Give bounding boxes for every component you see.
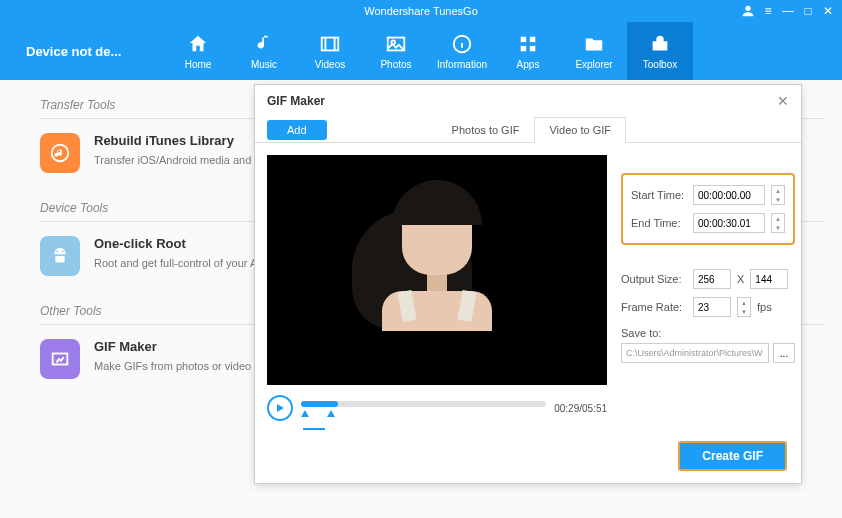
end-time-label: End Time: bbox=[631, 217, 687, 229]
height-input[interactable] bbox=[750, 269, 788, 289]
fps-input[interactable] bbox=[693, 297, 731, 317]
create-gif-button[interactable]: Create GIF bbox=[678, 441, 787, 471]
output-size-label: Output Size: bbox=[621, 273, 687, 285]
width-input[interactable] bbox=[693, 269, 731, 289]
title-bar: Wondershare TunesGo ≡ — □ ✕ bbox=[0, 0, 842, 22]
time-display: 00:29/05:51 bbox=[554, 403, 607, 414]
dialog-header: GIF Maker ✕ bbox=[255, 85, 801, 117]
dialog-content: 00:29/05:51 Start Time: ▲▼ End Time: ▲▼ … bbox=[255, 143, 801, 433]
device-status[interactable]: Device not de... bbox=[0, 22, 155, 80]
tool-title: GIF Maker bbox=[94, 339, 251, 354]
nav-home[interactable]: Home bbox=[165, 22, 231, 80]
nav-items: Home Music Videos Photos Information App… bbox=[165, 22, 693, 80]
dialog-title: GIF Maker bbox=[267, 94, 325, 108]
itunes-icon bbox=[40, 133, 80, 173]
android-icon bbox=[40, 236, 80, 276]
range-markers[interactable] bbox=[301, 410, 335, 417]
time-range-box: Start Time: ▲▼ End Time: ▲▼ bbox=[621, 173, 795, 245]
top-nav: Device not de... Home Music Videos Photo… bbox=[0, 22, 842, 80]
x-separator: X bbox=[737, 273, 744, 285]
close-icon[interactable]: ✕ bbox=[777, 93, 789, 109]
dialog-footer: Create GIF bbox=[678, 441, 787, 471]
nav-apps[interactable]: Apps bbox=[495, 22, 561, 80]
browse-button[interactable]: ... bbox=[773, 343, 795, 363]
dialog-toprow: Add Photos to GIF Video to GIF bbox=[255, 117, 801, 143]
svg-point-0 bbox=[745, 6, 750, 11]
gif-maker-dialog: GIF Maker ✕ Add Photos to GIF Video to G… bbox=[254, 84, 802, 484]
window-controls: ≡ — □ ✕ bbox=[740, 0, 836, 22]
gif-icon bbox=[40, 339, 80, 379]
user-icon[interactable] bbox=[740, 3, 756, 19]
svg-rect-8 bbox=[530, 45, 536, 51]
svg-rect-7 bbox=[521, 45, 527, 51]
tab-video-to-gif[interactable]: Video to GIF bbox=[534, 117, 626, 143]
start-time-label: Start Time: bbox=[631, 189, 687, 201]
end-time-spinner[interactable]: ▲▼ bbox=[771, 213, 785, 233]
fps-spinner[interactable]: ▲▼ bbox=[737, 297, 751, 317]
dialog-tabs: Photos to GIF Video to GIF bbox=[437, 117, 626, 143]
play-button[interactable] bbox=[267, 395, 293, 421]
tool-desc: Make GIFs from photos or video bbox=[94, 358, 251, 375]
svg-rect-6 bbox=[530, 36, 536, 42]
start-time-input[interactable] bbox=[693, 185, 765, 205]
menu-icon[interactable]: ≡ bbox=[760, 3, 776, 19]
minimize-icon[interactable]: — bbox=[780, 3, 796, 19]
svg-point-10 bbox=[56, 251, 58, 253]
nav-toolbox[interactable]: Toolbox bbox=[627, 22, 693, 80]
close-icon[interactable]: ✕ bbox=[820, 3, 836, 19]
save-to-label: Save to: bbox=[621, 327, 661, 339]
video-preview[interactable] bbox=[267, 155, 607, 385]
settings-panel: Start Time: ▲▼ End Time: ▲▼ Output Size:… bbox=[621, 155, 795, 421]
save-to-row: Save to: ... bbox=[621, 327, 795, 363]
svg-rect-1 bbox=[322, 37, 339, 50]
video-area: 00:29/05:51 bbox=[267, 155, 607, 421]
video-thumbnail bbox=[377, 185, 497, 331]
playback-controls: 00:29/05:51 bbox=[267, 395, 607, 421]
nav-photos[interactable]: Photos bbox=[363, 22, 429, 80]
maximize-icon[interactable]: □ bbox=[800, 3, 816, 19]
app-title: Wondershare TunesGo bbox=[364, 5, 478, 17]
nav-explorer[interactable]: Explorer bbox=[561, 22, 627, 80]
fps-unit: fps bbox=[757, 301, 772, 313]
timeline[interactable] bbox=[301, 397, 546, 419]
add-button[interactable]: Add bbox=[267, 120, 327, 140]
save-path-input[interactable] bbox=[621, 343, 769, 363]
nav-information[interactable]: Information bbox=[429, 22, 495, 80]
nav-music[interactable]: Music bbox=[231, 22, 297, 80]
start-time-spinner[interactable]: ▲▼ bbox=[771, 185, 785, 205]
svg-point-11 bbox=[62, 251, 64, 253]
nav-videos[interactable]: Videos bbox=[297, 22, 363, 80]
svg-rect-5 bbox=[521, 36, 527, 42]
frame-rate-label: Frame Rate: bbox=[621, 301, 687, 313]
end-time-input[interactable] bbox=[693, 213, 765, 233]
tab-photos-to-gif[interactable]: Photos to GIF bbox=[437, 117, 535, 143]
